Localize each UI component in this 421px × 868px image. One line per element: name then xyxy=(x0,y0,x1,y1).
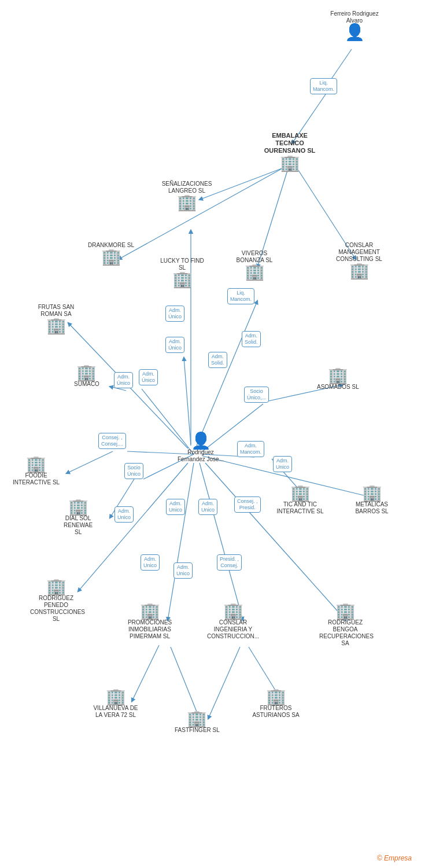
node-viveros: VIVEROS BONANZA SL 🏢 xyxy=(228,250,280,280)
liq-mancom-top-badge[interactable]: Liq.Mancom. xyxy=(310,78,337,94)
person-icon-rodriguez: 👤 xyxy=(191,433,211,449)
node-frutas: FRUTAS SAN ROMAN SA 🏢 xyxy=(30,304,82,334)
building-icon-sumaco: 🏢 xyxy=(76,365,97,381)
node-rodriguez-center: 👤 Rodriguez Fernandez Jose... xyxy=(175,433,227,463)
node-rodriguez-bengoa: 🏢 RODRIGUEZ BENGOA RECUPERACIONES SA xyxy=(319,603,371,647)
node-sumaco: 🏢 SUMACO xyxy=(74,365,99,388)
node-drankmore: DRANKMORE SL 🏢 xyxy=(88,242,134,265)
badge-adm-unico-c2: Adm.Unico xyxy=(198,499,217,515)
badge-adm-unico-lucky1: Adm.Único xyxy=(165,306,184,322)
adm-solid-viveros2-badge[interactable]: Adm.Solid. xyxy=(208,352,227,368)
badge-adm-solid-viveros2: Adm.Solid. xyxy=(208,352,227,368)
badge-liq-mancom-top: Liq.Mancom. xyxy=(310,78,337,94)
building-icon-rodriguez-penedo: 🏢 xyxy=(46,579,67,595)
watermark: © Empresa xyxy=(377,854,412,862)
building-icon-frutas: 🏢 xyxy=(46,318,67,334)
badge-adm-unico-prom2: Adm.Unico xyxy=(173,562,193,579)
building-icon-senalizaciones: 🏢 xyxy=(177,194,197,211)
node-dial: 🏢 DIAL SOLRENEWAESL xyxy=(64,499,93,536)
svg-line-17 xyxy=(200,463,243,620)
building-icon-foodie: 🏢 xyxy=(26,456,46,472)
building-icon-fastfinger: 🏢 xyxy=(187,711,207,727)
badge-consej-consej: Consej. ,Consej.... xyxy=(98,433,126,449)
adm-unico-lucky1-badge[interactable]: Adm.Único xyxy=(165,306,184,322)
badge-adm-mancom: Adm.Mancom. xyxy=(237,441,264,457)
node-conslar-mgmt: CONSLAR MANAGEMENT CONSULTING SL 🏢 xyxy=(333,242,385,279)
liq-mancom-viveros-badge[interactable]: Liq.Mancom. xyxy=(227,288,254,304)
node-asomados: 🏢 ASOMADOS SL xyxy=(317,367,359,391)
building-icon-metalicas: 🏢 xyxy=(362,485,382,501)
adm-solid-viveros-badge[interactable]: Adm.Solid. xyxy=(242,331,261,347)
node-foodie: 🏢 FOODIEINTERACTIVE SL xyxy=(13,456,60,486)
svg-line-28 xyxy=(208,647,240,719)
building-icon-conslar-ing: 🏢 xyxy=(223,603,243,619)
adm-unico-lucky2-badge[interactable]: Adm.Único xyxy=(165,337,184,353)
socio-unico-asomados-badge[interactable]: SocioÚnico,... xyxy=(244,387,269,403)
badge-adm-unico-sumaco: Adm.Único xyxy=(114,372,133,388)
consej-presid-badge[interactable]: Consej. ,Presid. xyxy=(234,496,261,513)
building-icon-viveros: 🏢 xyxy=(245,264,265,280)
svg-line-7 xyxy=(67,451,113,473)
badge-adm-unico-c1: Adm.Unico xyxy=(166,499,185,515)
adm-unico-dial-badge[interactable]: Adm.Unico xyxy=(115,506,134,523)
building-icon-dial: 🏢 xyxy=(68,499,88,515)
building-icon-tic: 🏢 xyxy=(290,485,311,501)
node-metalicas: 🏢 METALICAS BARROS SL xyxy=(346,485,398,515)
building-icon-asomados: 🏢 xyxy=(328,367,348,384)
badge-adm-unico-tic: Adm.Unico xyxy=(273,456,292,472)
building-icon-promociones: 🏢 xyxy=(140,603,160,619)
building-icon-lucky: 🏢 xyxy=(172,271,193,288)
badge-adm-solid-viveros: Adm.Solid. xyxy=(242,331,261,347)
node-tic: 🏢 TIC AND TIC INTERACTIVE SL xyxy=(274,485,326,515)
socio-unico-dial-badge[interactable]: SocioÚnico xyxy=(124,463,143,479)
svg-line-15 xyxy=(78,463,188,591)
badge-socio-unico-asomados: SocioÚnico,... xyxy=(244,387,269,403)
badge-socio-unico-dial: SocioÚnico xyxy=(124,463,143,479)
adm-unico-sumaco-badge[interactable]: Adm.Único xyxy=(114,372,133,388)
svg-line-26 xyxy=(171,647,200,719)
svg-line-16 xyxy=(168,463,194,620)
badge-liq-mancom-viveros: Liq.Mancom. xyxy=(227,288,254,304)
badge-presid-consej: Presid. ,Consej. xyxy=(217,554,242,571)
building-icon-villanueva: 🏢 xyxy=(106,689,126,705)
adm-mancom-badge[interactable]: Adm.Mancom. xyxy=(237,441,264,457)
node-fruteros: 🏢 FRUTEROS ASTURIANOS SA xyxy=(250,689,302,719)
node-rodriguez-penedo: 🏢 RODRIGUEZ PENEDO CONSTRUCCIONES SL xyxy=(30,579,82,623)
adm-unico-c2-badge[interactable]: Adm.Unico xyxy=(198,499,217,515)
node-embalaxe: EMBALAXE TECNICO OURENSANO SL 🏢 xyxy=(264,132,316,171)
person-icon-ferreiro: 👤 xyxy=(345,24,365,41)
node-fastfinger: 🏢 FASTFINGER SL xyxy=(175,711,220,734)
badge-adm-unico-sumaco2: Adm.Único xyxy=(139,369,158,385)
presid-consej-badge[interactable]: Presid. ,Consej. xyxy=(217,554,242,571)
building-icon-conslar-mgmt: 🏢 xyxy=(349,263,370,279)
consej-consej-badge[interactable]: Consej. ,Consej.... xyxy=(98,433,126,449)
building-icon-embalaxe: 🏢 xyxy=(280,155,300,171)
adm-unico-sumaco2-badge[interactable]: Adm.Único xyxy=(139,369,158,385)
node-senalizaciones: SEÑALIZACIONES LANGREO SL 🏢 xyxy=(161,181,213,211)
node-ferreiro: Ferreiro Rodriguez Alvaro 👤 xyxy=(328,10,381,41)
diagram: Ferreiro Rodriguez Alvaro 👤 Liq.Mancom. … xyxy=(0,0,421,868)
adm-unico-c1-badge[interactable]: Adm.Unico xyxy=(166,499,185,515)
node-conslar-ing: 🏢 CONSLAR INGENIERIA Y CONSTRUCCION... xyxy=(207,603,259,640)
svg-line-23 xyxy=(197,301,257,446)
building-icon-drankmore: 🏢 xyxy=(101,249,121,265)
adm-unico-prom2-badge[interactable]: Adm.Unico xyxy=(173,562,193,579)
adm-unico-tic-badge[interactable]: Adm.Unico xyxy=(273,456,292,472)
badge-adm-unico-lucky2: Adm.Único xyxy=(165,337,184,353)
adm-unico-prom-badge[interactable]: Adm.Unico xyxy=(141,554,160,571)
node-promociones: 🏢 PROMOCIONES INMOBILIARIAS PIMERMAM SL xyxy=(124,603,176,640)
node-villanueva: 🏢 VILLANUEVA DE LA VERA 72 SL xyxy=(90,689,142,719)
badge-consej-presid: Consej. ,Presid. xyxy=(234,496,261,513)
badge-adm-unico-prom: Adm.Unico xyxy=(141,554,160,571)
node-lucky: LUCKY TO FIND SL 🏢 xyxy=(156,258,208,288)
building-icon-rodriguez-bengoa: 🏢 xyxy=(335,603,356,619)
badge-adm-unico-dial: Adm.Unico xyxy=(115,506,134,523)
building-icon-fruteros: 🏢 xyxy=(266,689,286,705)
